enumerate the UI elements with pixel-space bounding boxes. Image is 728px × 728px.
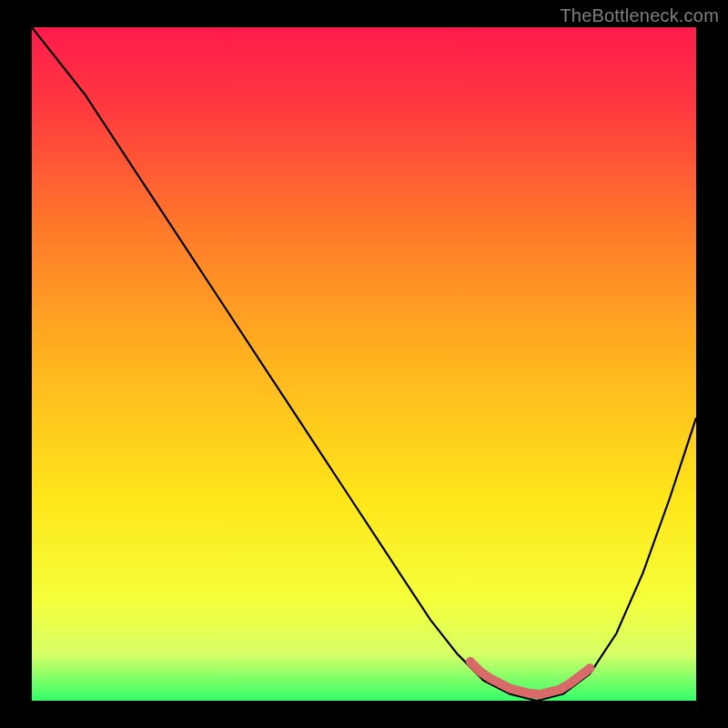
chart-container: TheBottleneck.com [0,0,728,728]
attribution-label: TheBottleneck.com [560,5,719,26]
optimal-range-end-dot [585,663,594,672]
bottleneck-chart [0,0,728,728]
plot-gradient-area [32,27,696,701]
attribution-text: TheBottleneck.com [560,5,719,25]
